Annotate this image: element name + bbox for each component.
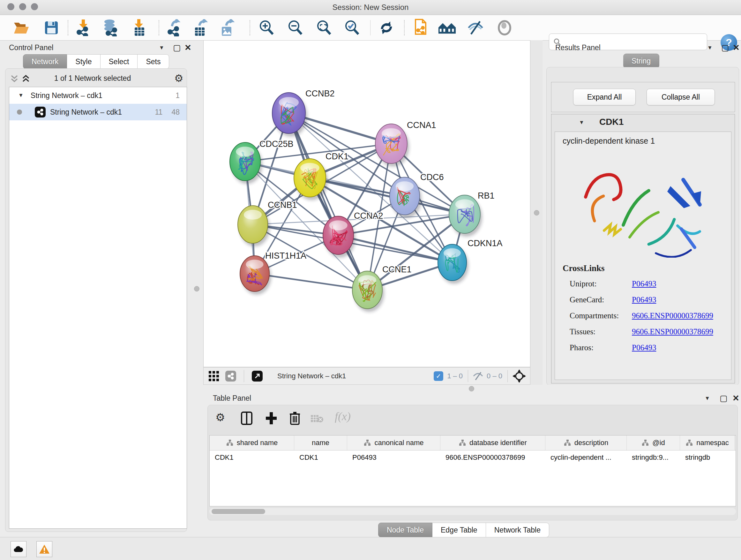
gene-section: ▼ CDK1 cyclin-dependent kinase 1 <box>551 114 735 383</box>
hide-selected-icon[interactable] <box>466 19 485 37</box>
results-buttons-box: Expand All Collapse All <box>551 82 735 112</box>
right-splitter-handle[interactable] <box>534 210 539 215</box>
table-panel-close-icon[interactable]: ✕ <box>732 393 739 403</box>
network-canvas[interactable]: CCNB2CCNA1CDC25BCDK1CDC6RB1CCNB1CCNA2CDK… <box>203 40 530 367</box>
column-header-name[interactable]: name <box>294 435 347 450</box>
string-network-graph[interactable]: CCNB2CCNA1CDC25BCDK1CDC6RB1CCNB1CCNA2CDK… <box>204 41 530 367</box>
zoom-selected-icon[interactable] <box>343 19 361 37</box>
column-header-namespac[interactable]: namespac <box>680 435 735 450</box>
crosslink-link[interactable]: 9606.ENSP00000378699 <box>632 311 713 320</box>
network-collection-row[interactable]: ▼ String Network – cdk1 1 <box>9 87 187 104</box>
add-column-icon[interactable] <box>265 412 277 425</box>
import-network-file-icon[interactable] <box>74 19 92 37</box>
expand-all-icon[interactable] <box>21 75 30 83</box>
collapse-all-icon[interactable] <box>10 75 19 83</box>
column-header-canonical-name[interactable]: canonical name <box>347 435 441 450</box>
open-in-new-window-icon[interactable] <box>252 371 263 381</box>
tab-sets[interactable]: Sets <box>138 54 169 69</box>
node-label-rb1: RB1 <box>478 191 495 200</box>
gear-icon[interactable]: ⚙ <box>215 411 225 424</box>
column-header-label: name <box>312 439 329 447</box>
tab-network[interactable]: Network <box>23 54 67 69</box>
edge-hist1h1a-ccne1[interactable] <box>255 273 367 290</box>
zoom-out-icon[interactable] <box>286 19 305 37</box>
edge-ccnb2-ccne1[interactable] <box>289 113 367 290</box>
results-panel-float-icon[interactable]: ▢ <box>721 43 729 53</box>
crosslink-link[interactable]: P06493 <box>632 295 656 304</box>
node-label-cdkn1a: CDKN1A <box>468 239 502 248</box>
table-cell[interactable]: stringdb:9... <box>627 450 680 464</box>
tab-string[interactable]: String <box>623 54 659 68</box>
network-edge-count: 48 <box>172 108 180 117</box>
column-header-description[interactable]: description <box>545 435 627 450</box>
table-row[interactable]: CDK1CDK1P064939606.ENSP00000378699cyclin… <box>210 450 736 464</box>
import-table-icon[interactable] <box>130 19 149 37</box>
control-panel-close-icon[interactable]: ✕ <box>185 43 192 53</box>
tab-select[interactable]: Select <box>100 54 138 69</box>
results-panel-close-icon[interactable]: ✕ <box>733 43 740 53</box>
network-column-icon <box>459 439 466 446</box>
crosslink-link[interactable]: P06493 <box>632 343 656 352</box>
table-cell[interactable]: cyclin-dependent ... <box>545 450 627 464</box>
column-header-shared-name[interactable]: shared name <box>210 435 294 450</box>
table-cell[interactable]: P06493 <box>347 450 441 464</box>
table-scrollbar-thumb[interactable] <box>212 509 265 514</box>
warning-button[interactable] <box>37 541 52 557</box>
columns-icon[interactable] <box>241 412 253 425</box>
network-row[interactable]: String Network – cdk1 11 48 <box>9 104 187 120</box>
export-table-icon[interactable] <box>192 19 210 37</box>
column-header-label: database identifier <box>469 439 527 447</box>
protein-structure-image <box>576 152 713 258</box>
tab-edge-table[interactable]: Edge Table <box>432 523 486 537</box>
network-collection-label: String Network – cdk1 <box>30 91 103 100</box>
export-network-icon[interactable] <box>165 19 184 37</box>
zoom-in-icon[interactable] <box>257 19 276 37</box>
crosslink-link[interactable]: 9606.ENSP00000378699 <box>632 327 713 336</box>
grid-view-icon[interactable] <box>208 370 219 382</box>
node-table[interactable]: shared namenamecanonical namedatabase id… <box>209 435 736 506</box>
tab-node-table[interactable]: Node Table <box>378 523 432 537</box>
results-panel-menu-icon[interactable]: ▼ <box>707 45 713 51</box>
control-panel-title: Control Panel <box>9 44 53 52</box>
fit-content-crosshair-icon[interactable] <box>512 369 526 383</box>
collapse-all-button[interactable]: Collapse All <box>647 89 715 105</box>
network-badge-icon[interactable] <box>225 371 236 381</box>
table-horizontal-scrollbar[interactable] <box>209 508 736 515</box>
zoom-fit-icon[interactable] <box>315 19 333 37</box>
column-header-database-identifier[interactable]: database identifier <box>441 435 545 450</box>
control-panel-menu-icon[interactable]: ▼ <box>159 45 164 51</box>
show-all-icon[interactable] <box>495 19 514 37</box>
table-cell[interactable]: stringdb <box>680 450 735 464</box>
left-splitter-handle[interactable] <box>194 286 199 292</box>
tree-expander-icon[interactable]: ▼ <box>18 92 23 99</box>
import-network-database-icon[interactable] <box>102 19 120 37</box>
control-panel-float-icon[interactable]: ▢ <box>173 43 181 53</box>
share-document-icon[interactable] <box>412 19 430 37</box>
save-session-icon[interactable] <box>42 19 61 37</box>
gene-section-expander-icon[interactable]: ▼ <box>579 119 584 126</box>
refresh-icon[interactable] <box>377 19 396 37</box>
delete-column-icon[interactable] <box>289 411 300 425</box>
table-cell[interactable]: 9606.ENSP00000378699 <box>441 450 545 464</box>
gear-icon[interactable]: ⚙ <box>174 72 184 84</box>
table-cell[interactable]: CDK1 <box>210 450 294 464</box>
open-session-icon[interactable] <box>12 19 30 37</box>
right-splitter[interactable] <box>530 40 542 385</box>
selected-checkbox-icon[interactable]: ✓ <box>434 371 443 381</box>
expand-all-button[interactable]: Expand All <box>573 89 636 105</box>
export-image-icon[interactable] <box>218 19 237 37</box>
first-neighbors-icon[interactable] <box>438 19 456 37</box>
tab-style[interactable]: Style <box>67 54 100 69</box>
cloud-button[interactable] <box>10 541 26 557</box>
column-header-label: shared name <box>237 439 278 447</box>
table-cell[interactable]: CDK1 <box>294 450 347 464</box>
table-panel-menu-icon[interactable]: ▼ <box>704 395 710 401</box>
crosslink-link[interactable]: P06493 <box>632 279 656 288</box>
table-panel-float-icon[interactable]: ▢ <box>720 393 728 403</box>
column-header-@id[interactable]: @id <box>627 435 680 450</box>
horizontal-splitter-handle[interactable] <box>469 386 474 391</box>
toolbar-separator <box>250 20 250 36</box>
horizontal-splitter[interactable] <box>203 385 741 392</box>
title-bar: Session: New Session <box>0 0 741 15</box>
tab-network-table[interactable]: Network Table <box>486 523 549 537</box>
